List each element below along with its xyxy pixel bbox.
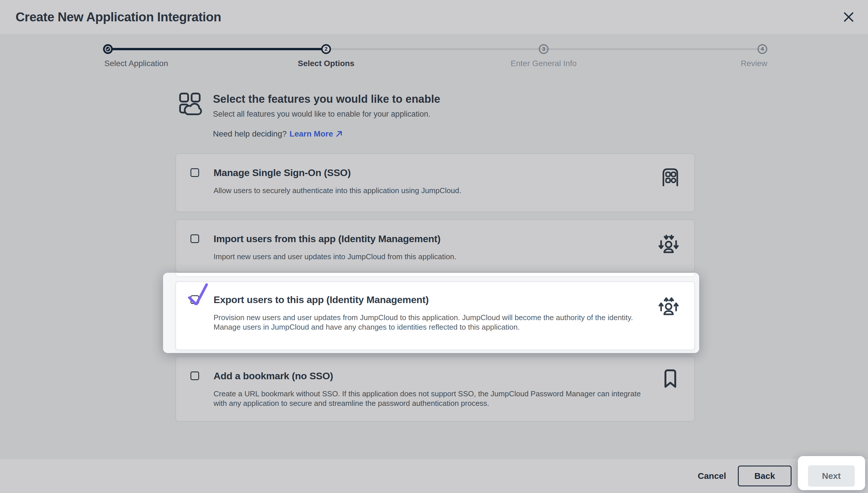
feature-card-title: Export users to this app (Identity Manag… xyxy=(214,294,429,305)
tour-spotlight-export-card: Export users to this app (Identity Manag… xyxy=(163,273,699,353)
next-button[interactable]: Next xyxy=(808,465,855,487)
previous-card-edge xyxy=(175,273,695,277)
export-users-icon xyxy=(659,296,679,316)
tour-spotlight-next: Next xyxy=(798,456,865,490)
tour-dim-overlay xyxy=(0,0,868,493)
export-users-checkbox[interactable] xyxy=(191,295,199,304)
create-application-dialog: Create New Application Integration 2 3 4… xyxy=(0,0,868,493)
feature-card-export-users[interactable]: Export users to this app (Identity Manag… xyxy=(175,281,695,350)
feature-card-description: Provision new users and user updates fro… xyxy=(214,313,655,332)
